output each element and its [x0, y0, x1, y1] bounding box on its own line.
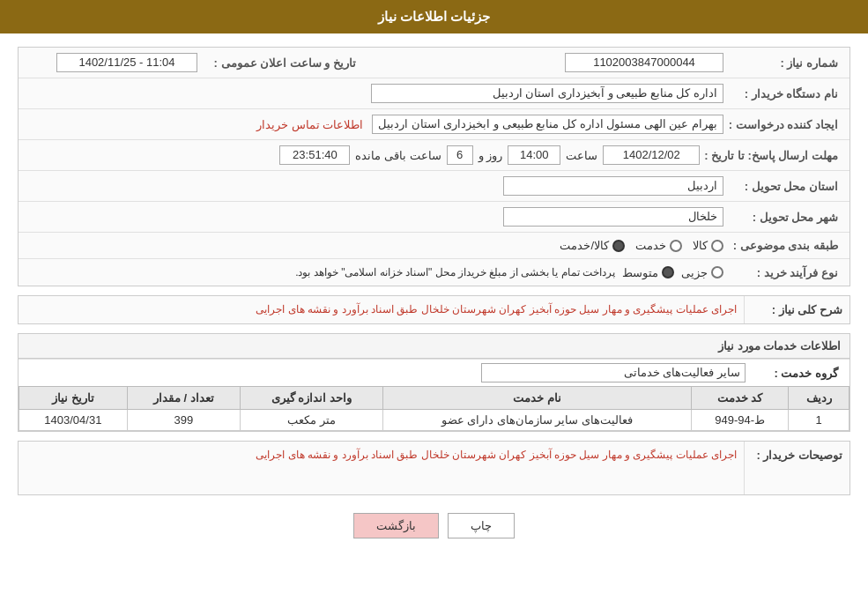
cell-qty: 399	[127, 410, 240, 431]
cell-date: 1403/04/31	[19, 410, 128, 431]
purchase-label-jozi: جزیی	[681, 266, 708, 279]
creator-value: بهرام عین الهی مسئول اداره کل منابع طبیع…	[372, 115, 723, 134]
purchase-type-group: جزیی متوسط پرداخت تمام یا بخشی از مبلغ خ…	[30, 266, 723, 279]
col-qty: تعداد / مقدار	[127, 387, 240, 410]
cell-unit: متر مکعب	[240, 410, 382, 431]
col-date: تاریخ نیاز	[19, 387, 128, 410]
announce-date-label: تاریخ و ساعت اعلان عمومی :	[202, 56, 360, 70]
send-day-value: 6	[447, 145, 473, 165]
send-day-label: روز و	[479, 149, 503, 162]
col-unit: واحد اندازه گیری	[240, 387, 382, 410]
city-value: خلخال	[503, 207, 723, 227]
purchase-label-mota: متوسط	[622, 266, 658, 279]
need-number-value: 1102003847000044	[565, 53, 723, 72]
category-radio-both	[612, 240, 625, 252]
province-value: اردبیل	[503, 176, 723, 196]
need-desc-section: شرح کلی نیاز : اجرای عملیات پیشگیری و مه…	[18, 295, 850, 324]
table-row: 1ط-94-949فعالیت‌های سایر سازمان‌های دارا…	[19, 410, 849, 431]
category-option-khedmat: خدمت	[635, 239, 682, 252]
send-time-label: ساعت	[566, 149, 597, 162]
send-date-label: مهلت ارسال پاسخ: تا تاریخ :	[704, 149, 842, 162]
remaining-label: ساعت باقی مانده	[355, 149, 441, 162]
row-province: استان محل تحویل : اردبیل	[19, 171, 849, 202]
need-number-label: شماره نیاز :	[728, 56, 842, 70]
row-need-number: شماره نیاز : 1102003847000044 تاریخ و سا…	[19, 48, 849, 78]
send-date-value: 1402/12/02	[603, 145, 700, 165]
service-group-label: گروه خدمت :	[754, 367, 842, 380]
buyer-desc-label: توصیحات خریدار :	[744, 442, 849, 494]
province-label: استان محل تحویل :	[728, 180, 842, 193]
creator-link[interactable]: اطلاعات تماس خریدار	[256, 118, 363, 131]
row-send-date: مهلت ارسال پاسخ: تا تاریخ : 1402/12/02 س…	[19, 140, 849, 171]
row-category: طبقه بندی موضوعی : کالا خدمت	[19, 233, 849, 259]
category-label-khedmat: خدمت	[635, 239, 666, 252]
category-radio-khedmat	[670, 240, 682, 252]
category-label-both: کالا/خدمت	[560, 239, 609, 252]
remaining-value: 23:51:40	[279, 145, 350, 165]
services-title: اطلاعات خدمات مورد نیاز	[19, 334, 849, 359]
purchase-type-label: نوع فرآیند خرید :	[728, 266, 842, 279]
org-name-label: نام دستگاه خریدار :	[728, 87, 842, 100]
services-table: ردیف کد خدمت نام خدمت واحد اندازه گیری ت…	[19, 386, 849, 431]
page-title: جزئیات اطلاعات نیاز	[378, 9, 490, 24]
purchase-radio-mota	[662, 266, 674, 279]
row-city: شهر محل تحویل : خلخال	[19, 202, 849, 233]
buttons-row: چاپ بازگشت	[18, 504, 850, 547]
cell-row: 1	[789, 410, 849, 431]
services-section: اطلاعات خدمات مورد نیاز گروه خدمت : سایر…	[18, 333, 850, 432]
category-option-both: کالا/خدمت	[560, 239, 625, 252]
need-desc-value: اجرای عملیات پیشگیری و مهار سیل حوزه آبخ…	[19, 296, 744, 323]
cell-code: ط-94-949	[691, 410, 788, 431]
purchase-note: پرداخت تمام یا بخشی از مبلغ خریداز محل "…	[295, 266, 615, 279]
city-label: شهر محل تحویل :	[728, 211, 842, 224]
announce-date-value: 1402/11/25 - 11:04	[56, 53, 197, 72]
org-name-value: اداره کل منابع طبیعی و آبخیزداری استان ا…	[371, 84, 723, 103]
buyer-desc-section: توصیحات خریدار : اجرای عملیات پیشگیری و …	[18, 441, 850, 495]
buyer-desc-value: اجرای عملیات پیشگیری و مهار سیل حوزه آبخ…	[19, 442, 744, 494]
need-desc-label: شرح کلی نیاز :	[744, 296, 849, 323]
main-info-section: شماره نیاز : 1102003847000044 تاریخ و سا…	[18, 47, 850, 286]
send-time-value: 14:00	[508, 145, 560, 165]
row-purchase-type: نوع فرآیند خرید : جزیی متوسط پرداخت	[19, 259, 849, 286]
service-group-row: گروه خدمت : سایر فعالیت‌های خدماتی	[19, 359, 849, 386]
row-org-name: نام دستگاه خریدار : اداره کل منابع طبیعی…	[19, 78, 849, 109]
service-group-value: سایر فعالیت‌های خدماتی	[481, 363, 746, 382]
cell-name: فعالیت‌های سایر سازمان‌های دارای عضو	[382, 410, 691, 431]
col-name: نام خدمت	[382, 387, 691, 410]
category-label-kala: کالا	[693, 239, 708, 252]
print-button[interactable]: چاپ	[448, 513, 515, 538]
back-button[interactable]: بازگشت	[353, 513, 439, 538]
page-header: جزئیات اطلاعات نیاز	[0, 0, 868, 33]
category-label: طبقه بندی موضوعی :	[728, 239, 842, 252]
col-code: کد خدمت	[691, 387, 788, 410]
category-radio-group: کالا خدمت کالا/خدمت	[30, 239, 723, 252]
purchase-option-mota: متوسط	[622, 266, 674, 279]
row-creator: ایجاد کننده درخواست : بهرام عین الهی مسئ…	[19, 109, 849, 140]
creator-label: ایجاد کننده درخواست :	[728, 118, 842, 131]
category-option-kala: کالا	[693, 239, 723, 252]
col-row: ردیف	[789, 387, 849, 410]
purchase-radio-jozi	[711, 266, 723, 279]
purchase-option-jozi: جزیی	[681, 266, 723, 279]
category-radio-kala	[711, 240, 723, 252]
